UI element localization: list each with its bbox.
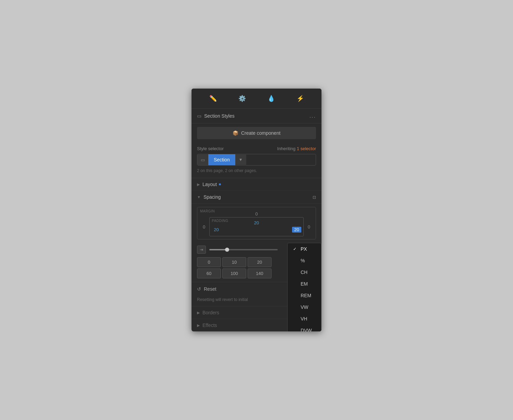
layout-dot (219, 183, 221, 185)
preset-60-button[interactable]: 60 (197, 268, 221, 278)
effects-label: Effects (202, 323, 217, 328)
dropdown-item-percent[interactable]: % (288, 255, 321, 266)
preset-0-button[interactable]: 0 (197, 257, 221, 267)
style-selector-area: Style selector Inheriting 1 selector ▭ S… (192, 143, 321, 178)
check-icon: ✓ (293, 247, 298, 251)
chevron-right-icon: ▶ (197, 182, 200, 187)
spacing-controls-right: ⊡ (313, 194, 316, 200)
margin-sides: 0 PADDING 20 20 20 0 (200, 217, 313, 236)
spacing-section-row[interactable]: ▼ Spacing ⊡ (192, 191, 321, 204)
dropdown-item-vh[interactable]: VH (288, 313, 321, 325)
margin-label: MARGIN (200, 209, 215, 213)
slider-thumb[interactable] (225, 248, 229, 252)
reset-icon: ↺ (197, 286, 201, 292)
padding-label: PADDING (212, 219, 228, 223)
spacing-content: MARGIN 0 0 PADDING 20 20 20 0 (192, 204, 321, 239)
section-styles-label: Section Styles (204, 113, 235, 119)
section-icon: ▭ (197, 113, 201, 119)
margin-top-value[interactable]: 0 (200, 210, 313, 217)
selector-icon-button[interactable]: ▭ (197, 155, 208, 165)
padding-right-value[interactable]: 20 (292, 227, 301, 233)
lightning-icon[interactable]: ⚡ (294, 93, 307, 104)
selector-dropdown-button[interactable]: ▼ (235, 155, 246, 165)
reset-label: Reset (204, 286, 216, 292)
slider-fill (209, 249, 226, 250)
component-icon: 📦 (233, 130, 238, 136)
padding-box: PADDING 20 20 20 (209, 217, 304, 236)
preset-20-button[interactable]: 20 (248, 257, 272, 267)
styles-panel: ✏️ ⚙️ 💧 ⚡ ▭ Section Styles ... 📦 Create … (192, 89, 321, 331)
margin-padding-box: MARGIN 0 0 PADDING 20 20 20 0 (197, 207, 316, 239)
create-component-button[interactable]: 📦 Create component (197, 127, 316, 139)
section-styles-header: ▭ Section Styles ... (192, 109, 321, 123)
margin-right-value[interactable]: 0 (305, 223, 313, 231)
layout-section-row[interactable]: ▶ Layout (192, 178, 321, 191)
preset-140-button[interactable]: 140 (248, 268, 272, 278)
spacing-box-icon: ⊡ (313, 195, 316, 200)
padding-left-value[interactable]: 20 (212, 227, 221, 232)
unit-dropdown: ✓ PX % CH EM REM VW (287, 243, 321, 331)
lower-section: ⇥ 0 10 20 60 100 140 ✓ PX (192, 243, 321, 278)
droplets-icon[interactable]: 💧 (265, 93, 278, 104)
effects-chevron-icon: ▶ (197, 323, 200, 328)
layout-label: Layout (202, 182, 217, 187)
dropdown-item-ch[interactable]: CH (288, 266, 321, 278)
dropdown-item-rem[interactable]: REM (288, 290, 321, 301)
borders-label: Borders (202, 310, 219, 315)
dropdown-item-px[interactable]: ✓ PX (288, 243, 321, 255)
brush-icon[interactable]: ✏️ (207, 93, 220, 104)
spacing-label: Spacing (203, 194, 221, 200)
preset-10-button[interactable]: 10 (222, 257, 246, 267)
inheriting-text: Inheriting 1 selector (277, 146, 316, 151)
slider-track[interactable] (209, 249, 278, 250)
gear-icon[interactable]: ⚙️ (236, 93, 249, 104)
style-selector-label: Style selector (197, 146, 224, 151)
preset-100-button[interactable]: 100 (222, 268, 246, 278)
dropdown-item-vw[interactable]: VW (288, 301, 321, 313)
dropdown-item-em[interactable]: EM (288, 278, 321, 290)
toolbar: ✏️ ⚙️ 💧 ⚡ (192, 89, 321, 109)
selector-control: ▭ Section ▼ (197, 154, 316, 166)
chevron-down-icon: ▼ (197, 195, 201, 199)
selector-active-label: Section (208, 154, 235, 165)
more-options-button[interactable]: ... (310, 113, 316, 119)
inheriting-link[interactable]: 1 selector (297, 146, 316, 151)
section-styles-title: ▭ Section Styles (197, 113, 235, 119)
borders-chevron-icon: ▶ (197, 311, 200, 315)
margin-left-value[interactable]: 0 (200, 223, 208, 231)
dropdown-item-dvw[interactable]: DVW (288, 325, 321, 331)
page-info: 2 on this page, 2 on other pages. (197, 168, 316, 173)
padding-sides: 20 20 (212, 225, 301, 234)
expand-button[interactable]: ⇥ (197, 246, 206, 254)
style-selector-row: Style selector Inheriting 1 selector (197, 146, 316, 151)
